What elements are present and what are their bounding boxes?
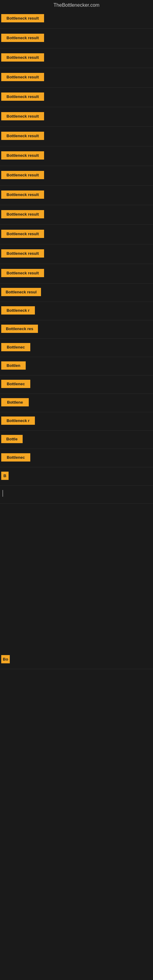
row-4: Bottleneck result: [0, 68, 153, 88]
row-26: [0, 486, 153, 504]
empty-row-20: [0, 871, 153, 890]
empty-row-3: [0, 541, 153, 559]
row-1: Bottleneck result: [0, 9, 153, 29]
row-12: Bottleneck result: [0, 225, 153, 244]
row-22: Bottleneck r: [0, 412, 153, 431]
empty-row-19: [0, 853, 153, 871]
empty-row-18: [0, 835, 153, 853]
row-6: Bottleneck result: [0, 107, 153, 127]
row-24: Bottlenec: [0, 449, 153, 467]
empty-row-2: [0, 522, 153, 541]
row-25: B: [0, 467, 153, 486]
bottleneck-btn-1[interactable]: Bottleneck result: [1, 14, 44, 22]
empty-row-17: [0, 816, 153, 835]
bottleneck-btn-12[interactable]: Bottleneck result: [1, 230, 44, 238]
bottleneck-btn-3[interactable]: Bottleneck result: [1, 53, 44, 62]
bottleneck-btn-9[interactable]: Bottleneck result: [1, 171, 44, 179]
bottleneck-btn-5[interactable]: Bottleneck result: [1, 92, 44, 101]
bottleneck-btn-4[interactable]: Bottleneck result: [1, 73, 44, 81]
bottleneck-btn-18[interactable]: Bottlenec: [1, 343, 30, 351]
bottleneck-btn-7[interactable]: Bottleneck result: [1, 132, 44, 140]
bottleneck-btn-22[interactable]: Bottleneck r: [1, 417, 35, 425]
bottleneck-btn-21[interactable]: Bottlene: [1, 398, 29, 406]
cursor-line: [2, 490, 3, 497]
empty-row-15: [0, 780, 153, 798]
row-20: Bottlenec: [0, 375, 153, 394]
row-7: Bottleneck result: [0, 127, 153, 146]
row-3: Bottleneck result: [0, 48, 153, 68]
row-8: Bottleneck result: [0, 146, 153, 166]
empty-row-7: [0, 614, 153, 632]
bottleneck-btn-16[interactable]: Bottleneck r: [1, 306, 35, 315]
empty-row-13: [0, 743, 153, 761]
empty-row-5: [0, 577, 153, 596]
empty-row-16: [0, 798, 153, 816]
empty-row-11: [0, 706, 153, 724]
empty-row-6: [0, 596, 153, 614]
bottleneck-btn-6[interactable]: Bottleneck result: [1, 112, 44, 120]
row-21: Bottlene: [0, 394, 153, 412]
empty-row-14: [0, 761, 153, 780]
bottleneck-btn-27[interactable]: Bo: [1, 655, 10, 663]
row-13: Bottleneck result: [0, 244, 153, 264]
empty-row-12: [0, 724, 153, 743]
row-5: Bottleneck result: [0, 88, 153, 107]
row-15: Bottleneck resul: [0, 283, 153, 302]
row-10: Bottleneck result: [0, 186, 153, 205]
row-11: Bottleneck result: [0, 205, 153, 225]
row-18: Bottlenec: [0, 339, 153, 357]
row-23: Bottle: [0, 431, 153, 449]
bottleneck-btn-14[interactable]: Bottleneck result: [1, 269, 44, 277]
row-17: Bottleneck res: [0, 320, 153, 339]
row-9: Bottleneck result: [0, 166, 153, 186]
empty-row-1: [0, 504, 153, 522]
bottleneck-btn-15[interactable]: Bottleneck resul: [1, 288, 41, 296]
row-27: Bo: [0, 651, 153, 669]
empty-row-8: [0, 632, 153, 651]
bottleneck-btn-2[interactable]: Bottleneck result: [1, 34, 44, 42]
bottleneck-btn-17[interactable]: Bottleneck res: [1, 325, 38, 333]
bottleneck-btn-25[interactable]: B: [1, 472, 9, 480]
empty-row-9: [0, 669, 153, 687]
bottleneck-btn-11[interactable]: Bottleneck result: [1, 210, 44, 218]
empty-row-4: [0, 559, 153, 577]
empty-row-10: [0, 687, 153, 706]
bottleneck-btn-8[interactable]: Bottleneck result: [1, 151, 44, 159]
bottleneck-btn-19[interactable]: Bottlen: [1, 361, 26, 370]
row-16: Bottleneck r: [0, 302, 153, 320]
site-title: TheBottlenecker.com: [0, 0, 153, 9]
bottleneck-btn-23[interactable]: Bottle: [1, 435, 22, 443]
bottleneck-btn-13[interactable]: Bottleneck result: [1, 249, 44, 258]
row-19: Bottlen: [0, 357, 153, 375]
bottleneck-btn-20[interactable]: Bottlenec: [1, 380, 30, 388]
bottleneck-btn-24[interactable]: Bottlenec: [1, 453, 30, 461]
row-14: Bottleneck result: [0, 264, 153, 283]
bottleneck-btn-10[interactable]: Bottleneck result: [1, 191, 44, 199]
row-2: Bottleneck result: [0, 29, 153, 48]
